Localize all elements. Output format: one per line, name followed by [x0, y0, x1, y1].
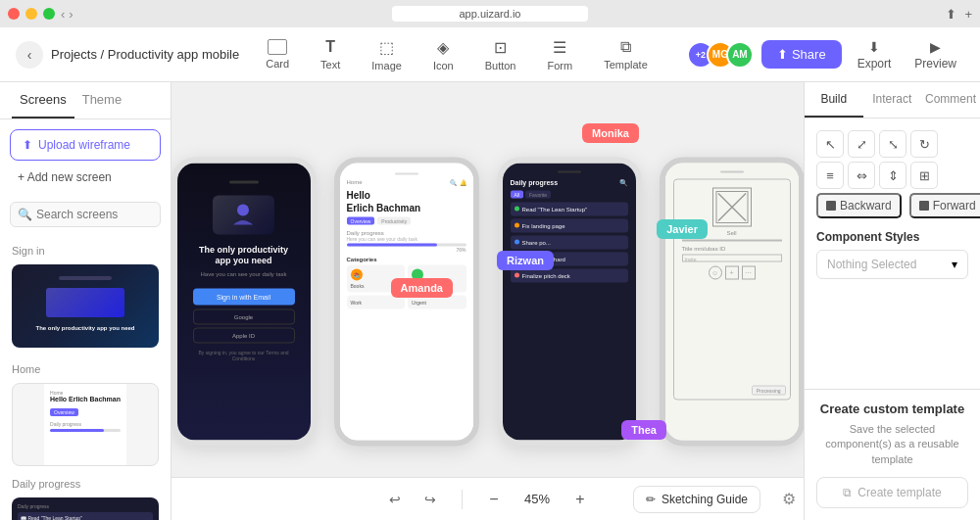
collab-badge-rizwan: Rizwan: [497, 251, 554, 270]
add-screen-button[interactable]: + Add new screen: [10, 166, 161, 188]
forward-button[interactable]: Forward: [909, 193, 980, 218]
collab-badge-monika: Monika: [582, 123, 639, 143]
main-toolbar: ‹ Projects / Productivity app mobile Car…: [0, 27, 980, 82]
build-icon-align[interactable]: ≡: [816, 162, 844, 189]
create-template-section: Create custom template Save the selected…: [805, 389, 980, 520]
image-tool[interactable]: ⬚ Image: [358, 32, 416, 77]
right-sidebar: Build Interact Comment ↖ ⤢ ⤡ ↻ ≡ ⇔ ⇕ ⊞: [804, 82, 980, 520]
undo-button[interactable]: ↩: [383, 488, 407, 511]
back-nav-button[interactable]: ‹: [61, 7, 65, 22]
forward-nav-button[interactable]: ›: [69, 7, 73, 22]
zoom-value: 45%: [517, 492, 557, 506]
phone-screen-signin: The only productivity app you need Have …: [177, 163, 311, 440]
breadcrumb: Projects / Productivity app mobile: [51, 47, 239, 62]
phone-sketch[interactable]: Sell Title mni/ubas ID Invite ☺ + ⋯: [660, 157, 805, 446]
phone-signin[interactable]: The only productivity app you need Have …: [172, 157, 317, 446]
card-icon: [268, 39, 287, 55]
back-button[interactable]: ‹: [16, 41, 43, 69]
redo-button[interactable]: ↪: [418, 488, 442, 511]
search-icon: 🔍: [18, 208, 32, 221]
forward-icon: [919, 201, 929, 211]
zoom-out-button[interactable]: −: [482, 488, 506, 511]
tab-theme[interactable]: Theme: [74, 82, 129, 118]
build-icon-rotate[interactable]: ↻: [910, 130, 938, 158]
tab-comment[interactable]: Comment: [921, 82, 980, 118]
upload-icon[interactable]: ⬆: [946, 7, 956, 22]
new-tab-icon[interactable]: +: [964, 7, 972, 22]
avatar-group: +2 MG AM: [687, 41, 754, 69]
template-icon: ⧉: [620, 38, 631, 56]
screen-thumb-home: Home Hello Erlich Bachman Overview Daily…: [12, 383, 159, 466]
image-icon: ⬚: [379, 38, 394, 57]
sketching-guide-button[interactable]: ✏ Sketching Guide: [633, 486, 760, 513]
search-bar: 🔍: [10, 202, 161, 227]
url-bar[interactable]: app.uizard.io: [392, 6, 588, 22]
collab-badge-thea: Thea: [621, 420, 666, 440]
build-icon-resize[interactable]: ⤢: [848, 130, 875, 158]
build-tools: ↖ ⤢ ⤡ ↻ ≡ ⇔ ⇕ ⊞: [816, 130, 968, 189]
zoom-in-button[interactable]: +: [568, 488, 592, 511]
tab-interact[interactable]: Interact: [863, 82, 922, 118]
screen-item-signin[interactable]: The only productivity app you need: [0, 259, 171, 357]
create-template-button[interactable]: ⧉ Create template: [816, 477, 968, 508]
backward-icon: [826, 201, 836, 211]
tab-screens[interactable]: Screens: [12, 82, 74, 118]
template-tool[interactable]: ⧉ Template: [590, 32, 662, 76]
tab-build[interactable]: Build: [805, 82, 863, 118]
chevron-down-icon: ▾: [952, 258, 957, 271]
button-tool[interactable]: ⊡ Button: [471, 32, 530, 77]
text-icon: T: [325, 38, 335, 56]
pencil-icon: ✏: [646, 493, 656, 506]
screen-list: Sign in The only productivity app you ne…: [0, 231, 171, 520]
toolbar-right: +2 MG AM ⬆ Share ⬇ Export ▶ Preview: [687, 35, 964, 74]
nothing-selected-label: Nothing Selected: [827, 258, 916, 271]
screen-thumb-daily: Daily progress 📖 Read "The Lean Startup"…: [12, 497, 159, 520]
build-icon-select[interactable]: ↖: [816, 130, 844, 158]
section-label-signin: Sign in: [0, 239, 171, 259]
left-sidebar: Screens Theme ⬆ Upload wireframe + Add n…: [0, 82, 172, 520]
component-styles-title: Component Styles: [816, 230, 968, 244]
backward-button[interactable]: Backward: [816, 193, 902, 218]
title-bar: ‹ › app.uizard.io ⬆ +: [0, 0, 980, 27]
search-input[interactable]: [10, 202, 161, 227]
settings-button[interactable]: ⚙: [782, 490, 796, 508]
close-button[interactable]: [8, 8, 20, 20]
tool-row-1: ↖ ⤢ ⤡ ↻ ≡ ⇔ ⇕ ⊞: [816, 130, 968, 189]
phone-home[interactable]: Home 🔍 🔔 HelloErlich Bachman Overview Pr…: [334, 157, 479, 446]
minimize-button[interactable]: [25, 8, 37, 20]
toolbar-tools: Card T Text ⬚ Image ◈ Icon ⊡ Button ☰ Fo…: [252, 32, 662, 77]
build-icon-flipv[interactable]: ⇕: [879, 162, 906, 189]
text-tool[interactable]: T Text: [307, 32, 354, 76]
button-icon: ⊡: [494, 38, 507, 57]
maximize-button[interactable]: [43, 8, 55, 20]
screen-thumb-signin: The only productivity app you need: [12, 264, 159, 348]
preview-button[interactable]: ▶ Preview: [906, 35, 964, 74]
direction-row: Backward Forward: [816, 193, 968, 218]
screen-item-daily[interactable]: Daily progress 📖 Read "The Lean Startup"…: [0, 492, 171, 520]
card-tool[interactable]: Card: [252, 33, 303, 75]
screen-item-home[interactable]: Home Hello Erlich Bachman Overview Daily…: [0, 377, 171, 472]
icon-tool[interactable]: ◈ Icon: [419, 32, 467, 77]
share-icon: ⬆: [777, 47, 788, 62]
preview-icon: ▶: [930, 39, 941, 55]
screen-label-signin: [12, 348, 159, 352]
upload-wireframe-button[interactable]: ⬆ Upload wireframe: [10, 129, 161, 161]
phone-screen-tasks: Daily progress 🔍 All Favorite Read "The …: [503, 163, 636, 440]
build-icon-crop[interactable]: ⤡: [879, 130, 906, 158]
svg-point-0: [237, 204, 249, 215]
canvas-phones: The only productivity app you need Have …: [172, 137, 804, 465]
form-tool[interactable]: ☰ Form: [533, 32, 586, 77]
build-icon-fliph[interactable]: ⇔: [848, 162, 875, 189]
phone-screen-home: Home 🔍 🔔 HelloErlich Bachman Overview Pr…: [340, 163, 473, 440]
export-button[interactable]: ⬇ Export: [850, 35, 900, 74]
canvas[interactable]: The only productivity app you need Have …: [172, 82, 804, 520]
section-label-daily: Daily progress: [0, 472, 171, 492]
share-button[interactable]: ⬆ Share: [761, 40, 842, 69]
build-icon-grid[interactable]: ⊞: [910, 162, 938, 189]
component-styles-dropdown[interactable]: Nothing Selected ▾: [816, 250, 968, 279]
phone-tasks[interactable]: Daily progress 🔍 All Favorite Read "The …: [497, 157, 642, 446]
phone-screen-sketch: Sell Title mni/ubas ID Invite ☺ + ⋯: [665, 163, 799, 440]
avatar-am: AM: [726, 41, 754, 69]
sidebar-actions: ⬆ Upload wireframe + Add new screen: [0, 119, 171, 198]
collab-badge-amanda: Amanda: [391, 278, 453, 298]
